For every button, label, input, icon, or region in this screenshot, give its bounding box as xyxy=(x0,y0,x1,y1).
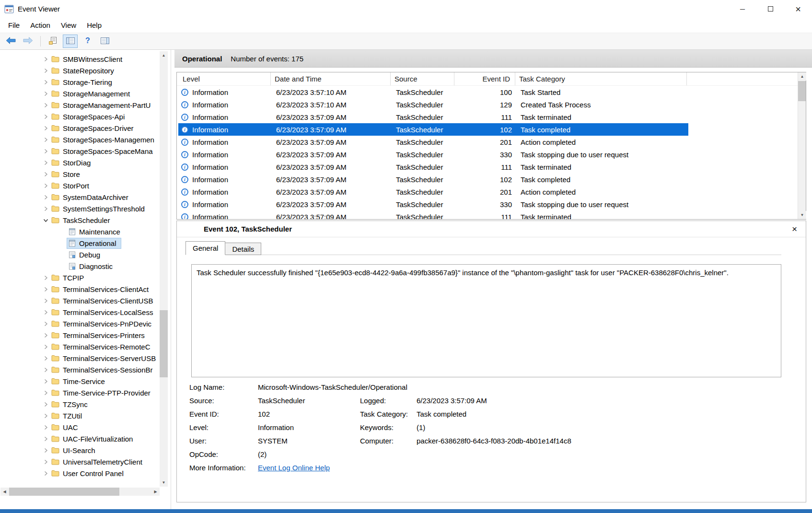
tree-item-debug[interactable]: Debug xyxy=(0,249,159,260)
tree-scrollbar-thumb[interactable] xyxy=(160,310,168,377)
tree-item-smbwitnessclient[interactable]: SMBWitnessClient xyxy=(0,53,159,65)
chevron-expanded-icon[interactable] xyxy=(41,218,50,223)
event-row[interactable]: iInformation6/23/2023 3:57:09 AMTaskSche… xyxy=(178,136,688,148)
column-header-date-and-time[interactable]: Date and Time xyxy=(271,72,391,85)
chevron-collapsed-icon[interactable] xyxy=(41,80,50,85)
tree-item-storagespaces-driver[interactable]: StorageSpaces-Driver xyxy=(0,122,159,134)
tree-item-taskscheduler[interactable]: TaskScheduler xyxy=(0,214,159,226)
maximize-button[interactable] xyxy=(756,0,784,18)
tree-item-ui-search[interactable]: UI-Search xyxy=(0,444,159,456)
tree-item-stordiag[interactable]: StorDiag xyxy=(0,157,159,168)
event-log-online-help-link[interactable]: Event Log Online Help xyxy=(258,464,330,472)
tree-horizontal-scrollbar[interactable]: ◀ ▶ xyxy=(0,488,160,496)
tab-general[interactable]: General xyxy=(186,241,225,255)
event-row[interactable]: iInformation6/23/2023 3:57:09 AMTaskSche… xyxy=(178,161,688,173)
tree-scroll-down-button[interactable]: ▼ xyxy=(160,478,168,487)
chevron-collapsed-icon[interactable] xyxy=(41,195,50,200)
tree-hscrollbar-thumb[interactable] xyxy=(9,488,119,496)
event-row[interactable]: iInformation6/23/2023 3:57:09 AMTaskSche… xyxy=(178,111,688,123)
chevron-collapsed-icon[interactable] xyxy=(41,425,50,430)
chevron-collapsed-icon[interactable] xyxy=(41,459,50,465)
tree-item-tcpip[interactable]: TCPIP xyxy=(0,272,159,283)
chevron-collapsed-icon[interactable] xyxy=(41,298,50,303)
chevron-collapsed-icon[interactable] xyxy=(41,471,50,476)
tree-item-terminalservices-clientusb[interactable]: TerminalServices-ClientUSB xyxy=(0,295,159,306)
tree-item-staterepository[interactable]: StateRepository xyxy=(0,65,159,76)
tree-item-terminalservices-clientact[interactable]: TerminalServices-ClientAct xyxy=(0,283,159,295)
event-row[interactable]: iInformation6/23/2023 3:57:10 AMTaskSche… xyxy=(178,86,688,98)
chevron-collapsed-icon[interactable] xyxy=(41,57,50,62)
chevron-collapsed-icon[interactable] xyxy=(41,413,50,419)
tree-scroll-left-button[interactable]: ◀ xyxy=(0,488,9,496)
chevron-collapsed-icon[interactable] xyxy=(41,172,50,177)
tree-item-storage-tiering[interactable]: Storage-Tiering xyxy=(0,76,159,88)
tree-item-store[interactable]: Store xyxy=(0,168,159,180)
chevron-collapsed-icon[interactable] xyxy=(41,160,50,165)
detail-close-button[interactable]: × xyxy=(792,224,797,233)
tree-vertical-scrollbar[interactable]: ▲ ▼ xyxy=(160,51,168,487)
event-row[interactable]: iInformation6/23/2023 3:57:09 AMTaskSche… xyxy=(178,186,688,198)
tree-item-terminalservices-pnpdevic[interactable]: TerminalServices-PnPDevic xyxy=(0,318,159,329)
event-row[interactable]: iInformation6/23/2023 3:57:09 AMTaskSche… xyxy=(178,173,688,186)
tree-item-uac-filevirtualization[interactable]: UAC-FileVirtualization xyxy=(0,433,159,444)
list-scroll-down-button[interactable]: ▼ xyxy=(798,211,806,219)
tree-item-time-service-ptp-provider[interactable]: Time-Service-PTP-Provider xyxy=(0,387,159,398)
tree-item-storport[interactable]: StorPort xyxy=(0,180,159,191)
forward-button[interactable] xyxy=(21,35,35,48)
chevron-collapsed-icon[interactable] xyxy=(41,275,50,280)
chevron-collapsed-icon[interactable] xyxy=(41,356,50,361)
tree-item-universaltelemetryclient[interactable]: UniversalTelemetryClient xyxy=(0,456,159,467)
tree-item-time-service[interactable]: Time-Service xyxy=(0,375,159,387)
chevron-collapsed-icon[interactable] xyxy=(41,91,50,96)
menu-item-help[interactable]: Help xyxy=(81,21,107,29)
chevron-collapsed-icon[interactable] xyxy=(41,333,50,338)
list-vertical-scrollbar[interactable]: ▲ ▼ xyxy=(798,72,806,219)
tree-item-diagnostic[interactable]: Diagnostic xyxy=(0,260,159,272)
tree-item-storagemanagement[interactable]: StorageManagement xyxy=(0,88,159,99)
chevron-collapsed-icon[interactable] xyxy=(41,379,50,384)
chevron-collapsed-icon[interactable] xyxy=(41,103,50,108)
event-row[interactable]: iInformation6/23/2023 3:57:09 AMTaskSche… xyxy=(178,148,688,161)
tree-item-storagemanagement-partu[interactable]: StorageManagement-PartU xyxy=(0,99,159,111)
event-row[interactable]: iInformation6/23/2023 3:57:09 AMTaskSche… xyxy=(178,123,688,136)
list-scroll-up-button[interactable]: ▲ xyxy=(798,72,806,81)
show-console-tree-button[interactable] xyxy=(63,35,78,48)
tree-scroll-right-button[interactable]: ▶ xyxy=(151,488,160,496)
minimize-button[interactable]: ─ xyxy=(729,0,756,18)
column-header-task-category[interactable]: Task Category xyxy=(515,72,687,85)
event-row[interactable]: iInformation6/23/2023 3:57:10 AMTaskSche… xyxy=(178,98,688,111)
tree-item-tzsync[interactable]: TZSync xyxy=(0,398,159,410)
event-row[interactable]: iInformation6/23/2023 3:57:09 AMTaskSche… xyxy=(178,198,688,210)
chevron-collapsed-icon[interactable] xyxy=(41,390,50,396)
column-header-event-id[interactable]: Event ID xyxy=(454,72,515,85)
tree-item-maintenance[interactable]: Maintenance xyxy=(0,226,159,237)
tree-item-storagespaces-spacemana[interactable]: StorageSpaces-SpaceMana xyxy=(0,145,159,157)
show-action-pane-button[interactable] xyxy=(97,35,112,48)
close-button[interactable]: × xyxy=(784,0,812,18)
chevron-collapsed-icon[interactable] xyxy=(41,448,50,453)
open-saved-log-button[interactable] xyxy=(46,35,60,48)
title-bar[interactable]: Event Viewer ─ × xyxy=(0,0,812,18)
tab-details[interactable]: Details xyxy=(225,243,261,255)
chevron-collapsed-icon[interactable] xyxy=(41,344,50,350)
chevron-collapsed-icon[interactable] xyxy=(41,206,50,211)
tree-item-storagespaces-api[interactable]: StorageSpaces-Api xyxy=(0,111,159,122)
chevron-collapsed-icon[interactable] xyxy=(41,321,50,326)
tree-item-terminalservices-serverusb[interactable]: TerminalServices-ServerUSB xyxy=(0,352,159,364)
chevron-collapsed-icon[interactable] xyxy=(41,436,50,442)
chevron-collapsed-icon[interactable] xyxy=(41,402,50,407)
tree-item-systemdataarchiver[interactable]: SystemDataArchiver xyxy=(0,191,159,203)
tree-item-storagespaces-managemen[interactable]: StorageSpaces-Managemen xyxy=(0,134,159,145)
tree-item-terminalservices-localsess[interactable]: TerminalServices-LocalSess xyxy=(0,306,159,318)
tree-scroll-up-button[interactable]: ▲ xyxy=(160,51,168,59)
chevron-collapsed-icon[interactable] xyxy=(41,137,50,142)
help-button[interactable]: ? xyxy=(80,35,95,48)
tree-item-systemsettingsthreshold[interactable]: SystemSettingsThreshold xyxy=(0,203,159,214)
chevron-collapsed-icon[interactable] xyxy=(41,310,50,315)
back-button[interactable] xyxy=(3,35,18,48)
column-header-source[interactable]: Source xyxy=(391,72,454,85)
chevron-collapsed-icon[interactable] xyxy=(41,183,50,188)
tree-item-user-control-panel[interactable]: User Control Panel xyxy=(0,467,159,479)
chevron-collapsed-icon[interactable] xyxy=(41,126,50,131)
tree-item-terminalservices-printers[interactable]: TerminalServices-Printers xyxy=(0,329,159,341)
